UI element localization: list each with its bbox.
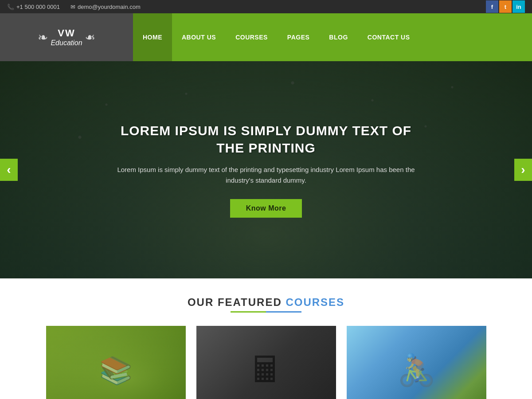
featured-section-title: OUR FEATURED COURSES bbox=[35, 296, 497, 309]
nav-item-about[interactable]: ABOUT US bbox=[172, 13, 226, 61]
courses-grid: MASTER IN DIGITAL MARKETING FINANCIAL AN… bbox=[35, 326, 497, 399]
facebook-button[interactable]: f bbox=[486, 0, 498, 13]
featured-courses-section: OUR FEATURED COURSES MASTER IN DIGITAL M… bbox=[0, 278, 532, 399]
header: ❧ VW Education ❧ HOME ABOUT US COURSES P… bbox=[0, 13, 532, 61]
logo-area: ❧ VW Education ❧ bbox=[0, 13, 133, 61]
email-contact: ✉ demo@yourdomain.com bbox=[70, 4, 141, 10]
hero-content: LOREM IPSUM IS SIMPLY DUMMY TEXT OF THE … bbox=[89, 122, 443, 218]
logo-subtitle: Education bbox=[51, 39, 82, 47]
top-bar: 📞 +1 500 000 0001 ✉ demo@yourdomain.com … bbox=[0, 0, 532, 13]
nav-area: HOME ABOUT US COURSES PAGES BLOG CONTACT… bbox=[133, 13, 532, 61]
course-image-3 bbox=[347, 326, 486, 399]
hero-cta-button[interactable]: Know More bbox=[230, 199, 302, 218]
course-card-1[interactable]: MASTER IN DIGITAL MARKETING bbox=[46, 326, 186, 399]
logo-wreath-right: ❧ bbox=[85, 30, 95, 45]
hero-title: LOREM IPSUM IS SIMPLY DUMMY TEXT OF THE … bbox=[106, 122, 426, 156]
phone-icon: 📞 bbox=[7, 4, 14, 10]
slider-prev-button[interactable]: ‹ bbox=[0, 159, 18, 181]
underline-blue bbox=[266, 311, 301, 313]
underline-green bbox=[231, 311, 266, 313]
logo: ❧ VW Education ❧ bbox=[38, 27, 95, 47]
nav-item-courses[interactable]: COURSES bbox=[226, 13, 278, 61]
instagram-button[interactable]: in bbox=[512, 0, 525, 13]
logo-wreath-left: ❧ bbox=[38, 30, 48, 45]
nav-item-contact[interactable]: CONTACT US bbox=[358, 13, 420, 61]
course-card-2[interactable]: FINANCIAL ANALYST COURSES bbox=[196, 326, 336, 399]
course-image-2 bbox=[196, 326, 336, 399]
top-bar-contacts: 📞 +1 500 000 0001 ✉ demo@yourdomain.com bbox=[7, 4, 141, 10]
hero-subtitle: Lorem Ipsum is simply dummy text of the … bbox=[106, 164, 426, 186]
course-card-3[interactable]: SPORT EXERCISE SCIENCE bbox=[347, 326, 486, 399]
main-nav: HOME ABOUT US COURSES PAGES BLOG CONTACT… bbox=[133, 13, 420, 61]
logo-brand: VW bbox=[51, 27, 82, 39]
social-links: f t in bbox=[486, 0, 525, 13]
email-icon: ✉ bbox=[70, 4, 75, 10]
phone-number: +1 500 000 0001 bbox=[16, 4, 60, 10]
twitter-button[interactable]: t bbox=[499, 0, 512, 13]
email-address: demo@yourdomain.com bbox=[78, 4, 141, 10]
course-image-1 bbox=[46, 326, 186, 399]
hero-slider: ‹ LOREM IPSUM IS SIMPLY DUMMY TEXT OF TH… bbox=[0, 61, 532, 278]
phone-contact: 📞 +1 500 000 0001 bbox=[7, 4, 60, 10]
slider-next-button[interactable]: › bbox=[514, 159, 532, 181]
section-underline bbox=[35, 311, 497, 313]
nav-item-pages[interactable]: PAGES bbox=[278, 13, 319, 61]
nav-item-home[interactable]: HOME bbox=[133, 13, 172, 61]
nav-item-blog[interactable]: BLOG bbox=[319, 13, 357, 61]
